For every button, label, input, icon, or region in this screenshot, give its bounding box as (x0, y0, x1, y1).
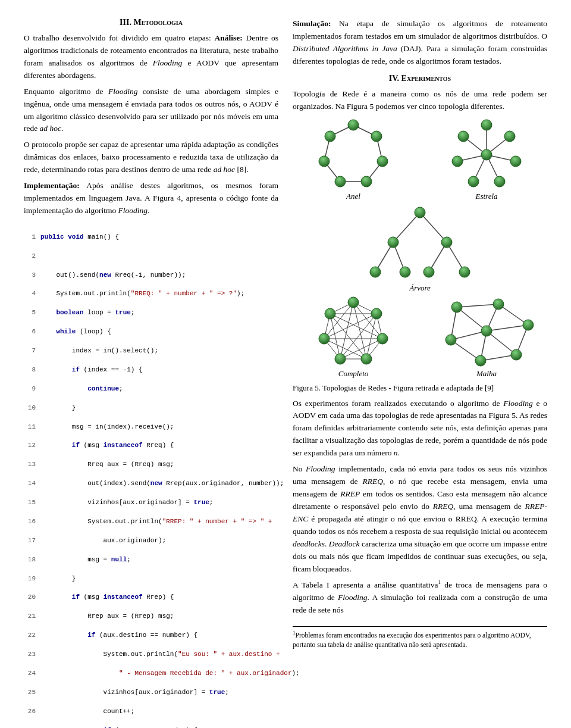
svg-point-61 (481, 149, 492, 160)
svg-line-118 (487, 325, 528, 331)
svg-point-128 (481, 326, 492, 336)
para-experimentos2: No Flooding implementado, cada nó envia … (293, 463, 547, 575)
topo-row-2: Árvore (293, 204, 547, 293)
svg-line-94 (340, 339, 382, 359)
svg-line-110 (457, 304, 498, 307)
para-experimentos1: Os experimentos foram realizados executa… (293, 398, 547, 460)
topo-arvore2-label: Árvore (409, 283, 431, 293)
para-implementacao: Implementação: Após análise destes algor… (24, 180, 278, 217)
svg-point-51 (335, 176, 346, 187)
left-column: III. Metodologia O trabalho desenvolvido… (24, 18, 278, 728)
topo-estrela2-svg (439, 118, 534, 189)
topo-row-3: Completo (293, 295, 547, 379)
svg-point-126 (475, 355, 486, 366)
svg-point-81 (459, 267, 470, 277)
svg-point-52 (319, 156, 330, 167)
topo-anel2: Anel (306, 118, 401, 201)
svg-point-109 (325, 308, 335, 319)
svg-line-69 (393, 213, 420, 242)
svg-point-125 (511, 349, 522, 360)
code-block-flooding: 1public void main() { 2 3 out().send(new… (24, 223, 278, 728)
topo-malha-text: Malha (476, 369, 497, 378)
svg-point-78 (370, 267, 381, 277)
svg-point-77 (441, 237, 452, 248)
bold-implementacao: Implementação: (24, 181, 80, 190)
para-flooding: Enquanto algoritmo de Flooding consiste … (24, 86, 278, 136)
svg-point-48 (371, 131, 382, 142)
svg-point-127 (445, 335, 456, 345)
svg-line-98 (324, 339, 366, 359)
svg-point-67 (452, 156, 463, 167)
figure5-caption: Figura 5. Topologias de Redes - Figura r… (293, 383, 547, 393)
svg-point-65 (494, 176, 505, 187)
topo-completo-text: Completo (338, 369, 369, 378)
svg-point-47 (348, 120, 359, 130)
topo-arvore2-svg (360, 204, 479, 281)
right-column: Simulação: Na etapa de simulação os algo… (293, 18, 547, 728)
topologies-container: Anel (293, 118, 547, 379)
italic-daj: Distributed Algorithms in Java (293, 44, 397, 53)
svg-point-64 (510, 156, 521, 167)
topo-arvore2: Árvore (360, 204, 479, 293)
svg-point-124 (523, 320, 534, 330)
footnote: 1Problemas foram encontrados na execução… (293, 626, 547, 649)
topo-anel2-text: Anel (346, 192, 360, 201)
section-title-metodologia: III. Metodologia (24, 18, 278, 27)
topo-estrela2-label: Estrela (475, 192, 497, 201)
svg-point-108 (319, 333, 330, 344)
topo-estrela2-text: Estrela (475, 192, 497, 201)
topo-estrela2: Estrela (439, 118, 534, 201)
para-protocolo: O protocolo propõe ser capaz de apresent… (24, 139, 278, 176)
italic-flooding1: Flooding (153, 58, 183, 67)
svg-point-75 (415, 207, 425, 218)
para-tabela: A Tabela I apresenta a análise quantitat… (293, 579, 547, 616)
italic-adhoc2: ad hoc (214, 165, 235, 174)
topo-anel2-svg (306, 118, 401, 189)
topo-malha-label: Malha (476, 369, 497, 379)
svg-point-79 (400, 267, 410, 277)
bold-analise: Análise: (215, 33, 243, 42)
svg-point-50 (361, 176, 372, 187)
two-column-layout: III. Metodologia O trabalho desenvolvido… (24, 18, 547, 728)
section-title-experimentos: IV. Experimentos (293, 74, 547, 83)
topo-completo-svg (306, 295, 401, 367)
topo-completo: Completo (306, 295, 401, 379)
svg-point-123 (493, 299, 504, 310)
topo-malha: Malha (439, 295, 534, 379)
svg-point-66 (468, 176, 479, 187)
svg-line-116 (457, 307, 487, 331)
svg-point-105 (377, 333, 388, 344)
para-intro: O trabalho desenvolvido foi dividido em … (24, 32, 278, 82)
topo-arvore2-text: Árvore (409, 283, 431, 292)
svg-line-70 (420, 213, 447, 242)
bold-simulacao: Simulação: (293, 19, 331, 28)
italic-flooding2: Flooding (108, 87, 138, 96)
svg-point-107 (335, 354, 346, 364)
svg-point-53 (325, 131, 335, 142)
svg-point-49 (377, 156, 388, 167)
topo-malha-svg (439, 295, 534, 367)
svg-point-104 (371, 308, 382, 319)
svg-point-62 (481, 120, 492, 130)
svg-point-122 (451, 302, 462, 313)
svg-point-76 (388, 237, 399, 248)
topo-row-1: Anel (293, 118, 547, 201)
svg-point-106 (361, 354, 372, 364)
svg-point-80 (423, 267, 434, 277)
svg-point-63 (504, 131, 515, 142)
para-simulacao: Simulação: Na etapa de simulação os algo… (293, 18, 547, 68)
italic-flooding3: Flooding (118, 206, 148, 215)
page-container: III. Metodologia O trabalho desenvolvido… (0, 0, 571, 728)
svg-point-68 (458, 131, 469, 142)
svg-point-103 (348, 297, 359, 308)
topo-completo-label: Completo (338, 369, 369, 379)
topo-anel2-label: Anel (346, 192, 360, 201)
svg-line-119 (487, 331, 516, 355)
italic-adhoc1: ad hoc (40, 124, 61, 133)
para-topologia-intro: Topologia de Rede é a maneira como os nó… (293, 88, 547, 113)
